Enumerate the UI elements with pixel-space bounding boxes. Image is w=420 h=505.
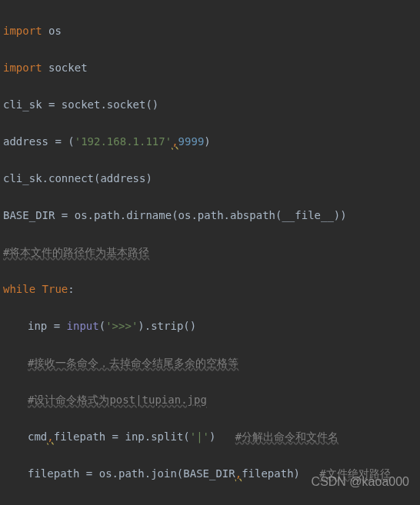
code-line: filename = os.path.basename(filepath) #文… [3,501,420,505]
code-line: BASE_DIR = os.path.dirname(os.path.abspa… [3,206,420,224]
code-line: filepath = os.path.join(BASE_DIR,filepat… [3,464,420,483]
code-line: #接收一条命令，去掉命令结尾多余的空格等 [3,354,420,372]
code-line: #设计命令格式为post|tupian.jpg [3,390,420,409]
code-line: address = ('192.168.1.117',9999) [3,132,420,151]
code-line: import socket [3,58,420,77]
code-line: cli_sk = socket.socket() [3,95,420,114]
code-line: cli_sk.connect(address) [3,169,420,188]
code-line: while True: [3,280,420,298]
code-line: import os [3,22,420,40]
code-line: inp = input('>>>').strip() [3,317,420,335]
code-line: cmd,filepath = inp.split('|') #分解出命令和文件名 [3,427,420,446]
code-editor[interactable]: import os import socket cli_sk = socket.… [0,0,420,505]
code-line: #将本文件的路径作为基本路径 [3,243,420,261]
